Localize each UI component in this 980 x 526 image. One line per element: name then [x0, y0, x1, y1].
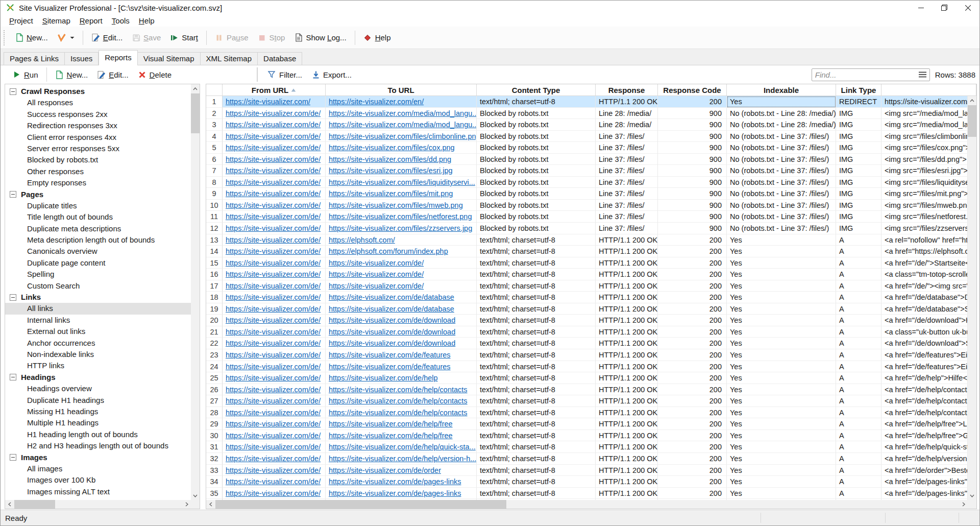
tab-reports[interactable]: Reports — [99, 50, 138, 65]
menu-report[interactable]: Report — [75, 15, 107, 26]
to-url-link[interactable]: https://site-visualizer.com/de/pages-lin… — [329, 489, 461, 497]
table-row[interactable]: 5https://site-visualizer.com/de/https://… — [206, 142, 968, 154]
to-url-link[interactable]: https://site-visualizer.com/files/mit.pn… — [329, 189, 453, 198]
menu-sitemap[interactable]: Sitemap — [38, 15, 75, 26]
to-url-link[interactable]: https://site-visualizer.com/de/help/quic… — [329, 443, 476, 451]
new-report-button[interactable]: New... — [51, 67, 93, 82]
table-row[interactable]: 19https://site-visualizer.com/de/https:/… — [206, 303, 968, 315]
collapse-icon[interactable] — [10, 88, 16, 95]
tree-item-all-links[interactable]: All links — [5, 303, 191, 314]
to-url-link[interactable]: https://site-visualizer.com/de/help/vers… — [329, 455, 476, 463]
tree-item-all-images[interactable]: All images — [5, 463, 191, 474]
tab-pages-links[interactable]: Pages & Links — [4, 52, 65, 65]
from-url-link[interactable]: https://site-visualizer.com/de/ — [226, 282, 321, 290]
tree-item-external-out-links[interactable]: External out links — [5, 326, 191, 337]
menu-project[interactable]: Project — [5, 15, 38, 26]
to-url-link[interactable]: https://site-visualizer.com/de/help/cont… — [329, 409, 468, 417]
tab-database[interactable]: Database — [258, 52, 302, 65]
tree-item-duplicate-page-content[interactable]: Duplicate page content — [5, 257, 191, 269]
edit-button[interactable]: Edit... — [87, 30, 127, 45]
table-row[interactable]: 8https://site-visualizer.com/de/https://… — [206, 177, 968, 188]
table-row[interactable]: 26https://site-visualizer.com/de/https:/… — [206, 384, 968, 396]
tree-item-canonicals-overview[interactable]: Canonicals overview — [5, 246, 191, 257]
tree-group-links[interactable]: Links — [5, 292, 191, 303]
to-url-link[interactable]: https://site-visualizer.com/media/mod_la… — [329, 109, 477, 117]
tree-item-duplicate-titles[interactable]: Duplicate titles — [5, 200, 191, 211]
table-row[interactable]: 30https://site-visualizer.com/de/https:/… — [206, 430, 968, 442]
from-url-link[interactable]: https://site-visualizer.com/de/ — [226, 409, 321, 417]
from-url-link[interactable]: https://site-visualizer.com/de/ — [226, 132, 321, 140]
tree-item-empty-responses[interactable]: Empty responses — [5, 177, 191, 188]
tab-visual-sitemap[interactable]: Visual Sitemap — [138, 52, 201, 65]
to-url-link[interactable]: https://site-visualizer.com/files/mweb.p… — [329, 201, 463, 209]
table-row[interactable]: 13https://site-visualizer.com/de/https:/… — [206, 234, 968, 246]
tree-item-h2-and-h3-headings-length-out-of-bounds[interactable]: H2 and H3 headings length out of bounds — [5, 440, 191, 451]
scroll-down-icon[interactable] — [968, 491, 976, 500]
dropdown-arrow-icon[interactable] — [70, 36, 75, 39]
to-url-link[interactable]: https://site-visualizer.com/de/order — [329, 466, 441, 474]
from-url-link[interactable]: https://site-visualizer.com/de/ — [226, 236, 321, 244]
to-url-link[interactable]: https://site-visualizer.com/files/zzserv… — [329, 224, 472, 232]
from-url-link[interactable]: https://site-visualizer.com/de/ — [226, 201, 321, 209]
sidebar-vertical-scrollbar[interactable] — [191, 84, 200, 500]
table-row[interactable]: 9https://site-visualizer.com/de/https://… — [206, 188, 968, 200]
show-log-button[interactable]: Show Log... — [289, 30, 351, 45]
to-url-link[interactable]: https://site-visualizer.com/de/help/cont… — [329, 397, 468, 405]
collapse-icon[interactable] — [10, 454, 16, 461]
tree-item-redirection-responses-3xx[interactable]: Redirection responses 3xx — [5, 120, 191, 131]
maximize-button[interactable] — [933, 1, 956, 15]
table-row[interactable]: 2https://site-visualizer.com/de/https://… — [206, 108, 968, 119]
to-url-link[interactable]: https://site-visualizer.com/files/esri.j… — [329, 166, 453, 175]
to-url-link[interactable]: https://site-visualizer.com/de/help/cont… — [329, 386, 468, 394]
to-url-link[interactable]: https://site-visualizer.com/de/help/free — [329, 432, 453, 440]
tree-item-server-error-responses-5xx[interactable]: Server error responses 5xx — [5, 143, 191, 154]
table-row[interactable]: 35https://site-visualizer.com/de/https:/… — [206, 488, 968, 499]
from-url-link[interactable]: https://site-visualizer.com/de/ — [226, 466, 321, 474]
table-row[interactable]: 22https://site-visualizer.com/de/https:/… — [206, 338, 968, 349]
tree-item-headings-overview[interactable]: Headings overview — [5, 383, 191, 394]
scroll-thumb[interactable] — [215, 500, 506, 509]
from-url-link[interactable]: https://site-visualizer.com/de/ — [226, 144, 321, 152]
table-row[interactable]: 3https://site-visualizer.com/de/https://… — [206, 119, 968, 131]
edit-report-button[interactable]: Edit... — [92, 67, 133, 82]
from-url-link[interactable]: https://site-visualizer.com/de/ — [226, 316, 321, 324]
to-url-link[interactable]: https://site-visualizer.com/de/pages-lin… — [329, 477, 461, 486]
tree-item-internal-links[interactable]: Internal links — [5, 315, 191, 326]
save-button[interactable]: Save — [127, 30, 165, 45]
to-url-link[interactable]: https://elphsoft.com/forum/index.php — [329, 247, 448, 255]
table-row[interactable]: 24https://site-visualizer.com/de/https:/… — [206, 361, 968, 373]
from-url-link[interactable]: https://site-visualizer.com/de/ — [226, 477, 321, 486]
table-row[interactable]: 27https://site-visualizer.com/de/https:/… — [206, 395, 968, 407]
table-row[interactable]: 12https://site-visualizer.com/de/https:/… — [206, 223, 968, 234]
from-url-link[interactable]: https://site-visualizer.com/de/ — [226, 247, 321, 255]
table-row[interactable]: 25https://site-visualizer.com/de/https:/… — [206, 372, 968, 384]
to-url-link[interactable]: https://site-visualizer.com/files/netfor… — [329, 212, 472, 221]
table-row[interactable]: 20https://site-visualizer.com/de/https:/… — [206, 315, 968, 326]
from-url-link[interactable]: https://site-visualizer.com/de/ — [226, 432, 321, 440]
scroll-left-icon[interactable] — [5, 500, 14, 509]
new-button[interactable]: New... — [10, 30, 53, 45]
scroll-thumb[interactable] — [968, 105, 976, 137]
from-url-link[interactable]: https://site-visualizer.com/de/ — [226, 489, 321, 497]
collapse-icon[interactable] — [10, 294, 16, 301]
to-url-link[interactable]: https://site-visualizer.com/de/ — [329, 259, 424, 267]
scroll-thumb[interactable] — [14, 500, 55, 509]
collapse-icon[interactable] — [10, 191, 16, 198]
scroll-right-icon[interactable] — [959, 500, 968, 509]
tree-item-multiple-h1-headings[interactable]: Multiple H1 headings — [5, 417, 191, 428]
tab-issues[interactable]: Issues — [65, 52, 99, 65]
from-url-link[interactable]: https://site-visualizer.com/de/ — [226, 166, 321, 175]
table-row[interactable]: 11https://site-visualizer.com/de/https:/… — [206, 211, 968, 223]
table-row[interactable]: 28https://site-visualizer.com/de/https:/… — [206, 407, 968, 419]
find-input[interactable] — [812, 70, 916, 79]
from-url-link[interactable]: https://site-visualizer.com/de/ — [226, 328, 321, 336]
table-row[interactable]: 7https://site-visualizer.com/de/https://… — [206, 165, 968, 177]
from-url-link[interactable]: https://site-visualizer.com/de/ — [226, 455, 321, 463]
tree-item-all-responses[interactable]: All responses — [5, 97, 191, 108]
to-url-link[interactable]: https://site-visualizer.com/de/database — [329, 305, 454, 313]
tree-item-images-missing-alt-text[interactable]: Images missing ALT text — [5, 486, 191, 497]
tree-item-images-over-100-kb[interactable]: Images over 100 Kb — [5, 474, 191, 486]
tree-item-non-indexable-links[interactable]: Non-indexable links — [5, 349, 191, 360]
stop-button[interactable]: Stop — [253, 30, 290, 45]
from-url-link[interactable]: https://site-visualizer.com/de/ — [226, 178, 321, 186]
